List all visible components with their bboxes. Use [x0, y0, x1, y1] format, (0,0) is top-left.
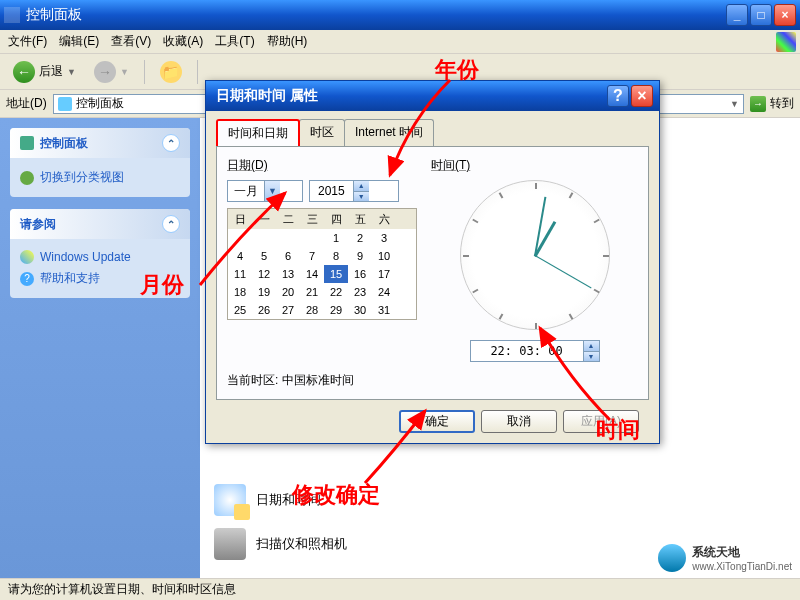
dialog-title: 日期和时间 属性 — [212, 87, 607, 105]
back-button[interactable]: ← 后退 ▼ — [6, 57, 83, 87]
window-title: 控制面板 — [26, 6, 726, 24]
window-icon — [4, 7, 20, 23]
go-button[interactable]: → 转到 — [750, 95, 794, 112]
calendar-day[interactable]: 10 — [372, 247, 396, 265]
calendar-day[interactable]: 28 — [300, 301, 324, 319]
year-up-button[interactable]: ▲ — [354, 181, 369, 192]
up-button[interactable]: 📁 — [153, 57, 189, 87]
apply-button[interactable]: 应用(A) — [563, 410, 639, 433]
clock-tick-icon — [593, 219, 599, 224]
calendar-day[interactable]: 6 — [276, 247, 300, 265]
sidebar: 控制面板 ⌃ 切换到分类视图 请参阅 ⌃ — [0, 118, 200, 578]
calendar-day[interactable]: 3 — [372, 229, 396, 247]
clock-tick-icon — [472, 219, 478, 224]
calendar-day[interactable]: 14 — [300, 265, 324, 283]
calendar-day[interactable]: 17 — [372, 265, 396, 283]
dialog-close-button[interactable]: × — [631, 85, 653, 107]
menubar: 文件(F) 编辑(E) 查看(V) 收藏(A) 工具(T) 帮助(H) — [0, 30, 800, 54]
tab-timezone[interactable]: 时区 — [299, 119, 345, 146]
calendar-day[interactable]: 24 — [372, 283, 396, 301]
calendar-day[interactable]: 12 — [252, 265, 276, 283]
cancel-button[interactable]: 取消 — [481, 410, 557, 433]
year-down-button[interactable]: ▼ — [354, 192, 369, 202]
calendar-day[interactable]: 19 — [252, 283, 276, 301]
forward-arrow-icon: → — [94, 61, 116, 83]
scanner-icon — [214, 528, 246, 560]
calendar-day[interactable]: 1 — [324, 229, 348, 247]
tab-internet-time[interactable]: Internet 时间 — [344, 119, 434, 146]
back-arrow-icon: ← — [13, 61, 35, 83]
help-label: 帮助和支持 — [40, 270, 100, 287]
collapse-icon[interactable]: ⌃ — [162, 215, 180, 233]
calendar-day[interactable]: 13 — [276, 265, 300, 283]
calendar-day[interactable]: 4 — [228, 247, 252, 265]
calendar-day[interactable]: 22 — [324, 283, 348, 301]
menu-help[interactable]: 帮助(H) — [267, 33, 308, 50]
calendar-day[interactable]: 16 — [348, 265, 372, 283]
statusbar: 请为您的计算机设置日期、时间和时区信息 — [0, 578, 800, 600]
time-up-button[interactable]: ▲ — [584, 341, 599, 352]
help-support-link[interactable]: ? 帮助和支持 — [20, 267, 180, 290]
calendar-day — [252, 229, 276, 247]
switch-view-label: 切换到分类视图 — [40, 169, 124, 186]
menu-file[interactable]: 文件(F) — [8, 33, 47, 50]
calendar-day — [228, 229, 252, 247]
watermark-name: 系统天地 — [692, 544, 792, 561]
collapse-icon[interactable]: ⌃ — [162, 134, 180, 152]
calendar-day[interactable]: 2 — [348, 229, 372, 247]
tab-datetime[interactable]: 时间和日期 — [216, 119, 300, 146]
calendar-day[interactable]: 18 — [228, 283, 252, 301]
ok-button[interactable]: 确定 — [399, 410, 475, 433]
back-label: 后退 — [39, 63, 63, 80]
windows-update-link[interactable]: Windows Update — [20, 247, 180, 267]
datetime-properties-dialog: 日期和时间 属性 ? × 时间和日期 时区 Internet 时间 日期(D) … — [205, 80, 660, 444]
calendar-day[interactable]: 26 — [252, 301, 276, 319]
calendar-day[interactable]: 7 — [300, 247, 324, 265]
dropdown-icon: ▼ — [264, 181, 280, 201]
calendar-day[interactable]: 27 — [276, 301, 300, 319]
menu-view[interactable]: 查看(V) — [111, 33, 151, 50]
sidebar-panel2-title: 请参阅 — [20, 216, 56, 233]
minimize-button[interactable]: _ — [726, 4, 748, 26]
calendar-day[interactable]: 29 — [324, 301, 348, 319]
calendar-day[interactable]: 30 — [348, 301, 372, 319]
watermark-url: www.XiTongTianDi.net — [692, 561, 792, 572]
calendar-day[interactable]: 20 — [276, 283, 300, 301]
go-arrow-icon: → — [750, 96, 766, 112]
dialog-titlebar[interactable]: 日期和时间 属性 ? × — [206, 81, 659, 111]
switch-view-link[interactable]: 切换到分类视图 — [20, 166, 180, 189]
calendar-day[interactable]: 21 — [300, 283, 324, 301]
calendar-day[interactable]: 5 — [252, 247, 276, 265]
year-spinner[interactable]: 2015 ▲ ▼ — [309, 180, 399, 202]
address-icon — [58, 97, 72, 111]
clock-tick-icon — [498, 192, 503, 198]
category-view-icon — [20, 171, 34, 185]
forward-button[interactable]: → ▼ — [87, 57, 136, 87]
watermark-icon — [658, 544, 686, 572]
menu-tools[interactable]: 工具(T) — [215, 33, 254, 50]
dialog-help-button[interactable]: ? — [607, 85, 629, 107]
clock-tick-icon — [498, 314, 503, 320]
close-button[interactable]: × — [774, 4, 796, 26]
maximize-button[interactable]: □ — [750, 4, 772, 26]
calendar-day[interactable]: 31 — [372, 301, 396, 319]
watermark: 系统天地 www.XiTongTianDi.net — [658, 544, 792, 572]
calendar-day[interactable]: 9 — [348, 247, 372, 265]
weekday-header: 一 — [252, 209, 276, 229]
datetime-item[interactable]: 日期和时间 — [210, 478, 790, 522]
calendar-day[interactable]: 25 — [228, 301, 252, 319]
calendar-day[interactable]: 11 — [228, 265, 252, 283]
calendar-day[interactable]: 23 — [348, 283, 372, 301]
control-panel-icon — [20, 136, 34, 150]
main-titlebar: 控制面板 _ □ × — [0, 0, 800, 30]
time-input[interactable]: 22: 03: 00 ▲ ▼ — [470, 340, 600, 362]
calendar-day[interactable]: 8 — [324, 247, 348, 265]
calendar-day[interactable]: 15 — [324, 265, 348, 283]
globe-icon — [20, 250, 34, 264]
menu-favorites[interactable]: 收藏(A) — [163, 33, 203, 50]
time-down-button[interactable]: ▼ — [584, 352, 599, 362]
calendar-day — [300, 229, 324, 247]
month-combo[interactable]: 一月 ▼ — [227, 180, 303, 202]
scanner-label: 扫描仪和照相机 — [256, 535, 347, 553]
menu-edit[interactable]: 编辑(E) — [59, 33, 99, 50]
